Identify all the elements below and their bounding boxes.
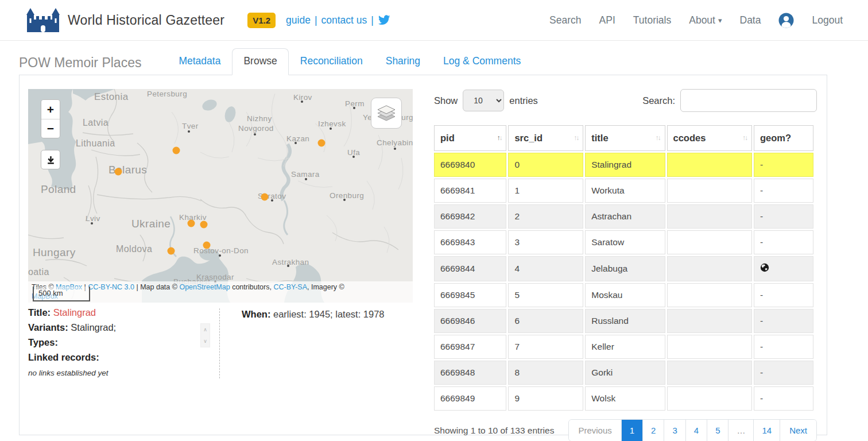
table-row[interactable]: 6669847 7 Keller -: [434, 335, 813, 359]
twitter-icon[interactable]: [378, 15, 390, 26]
map[interactable]: EstoniaLatviaLithuaniaBelarusPolandUkrai…: [28, 89, 413, 303]
osm-link[interactable]: OpenStreetMap: [179, 283, 230, 291]
zoom-out-button[interactable]: −: [41, 119, 60, 138]
map-marker[interactable]: [318, 140, 326, 147]
map-marker[interactable]: [203, 242, 211, 249]
column-header-title[interactable]: title ↑↓: [585, 125, 665, 151]
chevron-down-icon: ▾: [718, 16, 722, 25]
map-country-label: Lithuania: [76, 138, 115, 149]
table-row[interactable]: 6669848 8 Gorki -: [434, 361, 813, 385]
cell-src-id: 8: [508, 361, 583, 385]
table-row[interactable]: 6669845 5 Moskau -: [434, 283, 813, 307]
search-label: Search:: [642, 95, 675, 106]
variants-scroll-up-icon[interactable]: ∧: [201, 324, 210, 335]
table-row[interactable]: 6669843 3 Saratow -: [434, 230, 813, 254]
title-label: Title:: [28, 307, 51, 318]
map-city-label: Novgorod: [238, 124, 274, 133]
table-row[interactable]: 6669844 4 Jelabuga: [434, 256, 813, 281]
pagination-page-1[interactable]: 1: [621, 420, 642, 441]
cell-pid: 6669842: [434, 204, 506, 229]
guide-link[interactable]: guide: [286, 14, 311, 26]
tab-log-comments[interactable]: Log & Comments: [432, 48, 532, 75]
table-row[interactable]: 6669842 2 Astrachan -: [434, 204, 813, 229]
cell-title: Wolsk: [585, 386, 665, 411]
user-avatar-icon[interactable]: [778, 13, 794, 28]
map-marker[interactable]: [188, 220, 195, 227]
nav-logout[interactable]: Logout: [812, 14, 843, 26]
pagination-next[interactable]: Next: [780, 420, 816, 441]
table-row-selected[interactable]: 6669840 0 Stalingrad -: [434, 153, 813, 177]
variants-scroll-down-icon[interactable]: ∨: [201, 335, 210, 347]
tab-browse[interactable]: Browse: [232, 48, 288, 75]
nav-tutorials[interactable]: Tutorials: [633, 14, 671, 26]
column-header-ccodes[interactable]: ccodes ↑↓: [667, 125, 752, 151]
nav-data[interactable]: Data: [740, 14, 761, 26]
search-input[interactable]: [680, 89, 817, 112]
cell-ccodes: [667, 179, 752, 203]
map-city-dot-icon: [330, 127, 332, 130]
table-row[interactable]: 6669849 9 Wolsk -: [434, 386, 813, 411]
map-city-label: Rostov-on-Don: [193, 246, 249, 255]
tab-sharing[interactable]: Sharing: [374, 48, 432, 75]
main-nav: Search API Tutorials About ▾ Data Logout: [549, 13, 843, 28]
column-header-src-id[interactable]: src_id ↑↓: [508, 125, 583, 151]
nav-search[interactable]: Search: [549, 14, 581, 26]
cell-src-id: 0: [508, 153, 583, 177]
map-country-label: Hungary: [33, 246, 76, 259]
pagination-page-5[interactable]: 5: [707, 420, 728, 441]
map-city-dot-icon: [353, 107, 355, 109]
cell-pid: 6669849: [434, 386, 506, 411]
column-header-pid[interactable]: pid ↑↓: [434, 125, 506, 151]
pagination-page-4[interactable]: 4: [685, 420, 707, 441]
nav-api[interactable]: API: [599, 14, 615, 26]
variants-label: Variants:: [28, 322, 68, 332]
nav-about-dropdown[interactable]: About ▾: [689, 14, 722, 26]
whg-castle-logo-icon[interactable]: [26, 7, 60, 33]
table-row[interactable]: 6669841 1 Workuta -: [434, 179, 813, 203]
workspace: POW Memoir Places Metadata Browse Reconc…: [19, 48, 827, 435]
pagination-page-14[interactable]: 14: [753, 420, 780, 441]
no-links-note: no links established yet: [28, 369, 433, 377]
cell-title: Stalingrad: [585, 153, 665, 177]
map-marker[interactable]: [168, 247, 175, 255]
cell-pid: 6669840: [434, 153, 506, 177]
cell-src-id: 3: [508, 230, 583, 254]
page-length-select[interactable]: 10: [463, 90, 504, 111]
quicklinks: guide | contact us |: [286, 14, 390, 26]
map-city-dot-icon: [287, 265, 289, 267]
map-marker[interactable]: [200, 221, 208, 229]
table-controls: Show 10 entries Search:: [434, 89, 817, 112]
tab-metadata[interactable]: Metadata: [167, 48, 232, 75]
map-download-button[interactable]: [41, 150, 60, 169]
contact-link[interactable]: contact us: [321, 14, 367, 26]
license-link[interactable]: CC-BY-NC 3.0: [88, 283, 134, 291]
when-value: earliest: 1945; latest: 1978: [273, 309, 385, 319]
ccbysa-link[interactable]: CC-BY-SA: [273, 283, 307, 291]
cell-src-id: 7: [508, 335, 583, 359]
map-layers-button[interactable]: [371, 98, 402, 129]
cell-pid: 6669848: [434, 361, 506, 385]
pagination-previous[interactable]: Previous: [569, 420, 621, 441]
cell-title: Gorki: [585, 361, 665, 385]
tab-reconciliation[interactable]: Reconciliation: [289, 48, 374, 75]
sort-icon: ↑↓: [742, 134, 747, 142]
pagination-page-2[interactable]: 2: [642, 420, 664, 441]
titlebar: POW Memoir Places Metadata Browse Reconc…: [19, 48, 827, 75]
detail-variants-row: Variants: Stalingrad;: [28, 322, 433, 333]
column-label: pid: [440, 133, 455, 143]
cell-title: Moskau: [585, 283, 665, 307]
map-marker[interactable]: [261, 194, 269, 201]
places-table: pid ↑↓ src_id ↑↓ title ↑↓ ccodes: [432, 123, 815, 412]
page-length-control: Show 10 entries: [434, 90, 538, 111]
zoom-in-button[interactable]: +: [41, 100, 60, 119]
map-marker[interactable]: [173, 147, 180, 154]
map-city-label: Astrakhan: [272, 258, 309, 266]
detail-types-row: Types:: [28, 337, 433, 348]
cell-geom: -: [754, 153, 813, 177]
map-marker[interactable]: [115, 168, 122, 176]
cell-ccodes: [667, 386, 752, 411]
column-label: ccodes: [673, 133, 706, 143]
table-row[interactable]: 6669846 6 Russland -: [434, 309, 813, 333]
map-city-dot-icon: [294, 142, 297, 144]
pagination-page-3[interactable]: 3: [664, 420, 685, 441]
